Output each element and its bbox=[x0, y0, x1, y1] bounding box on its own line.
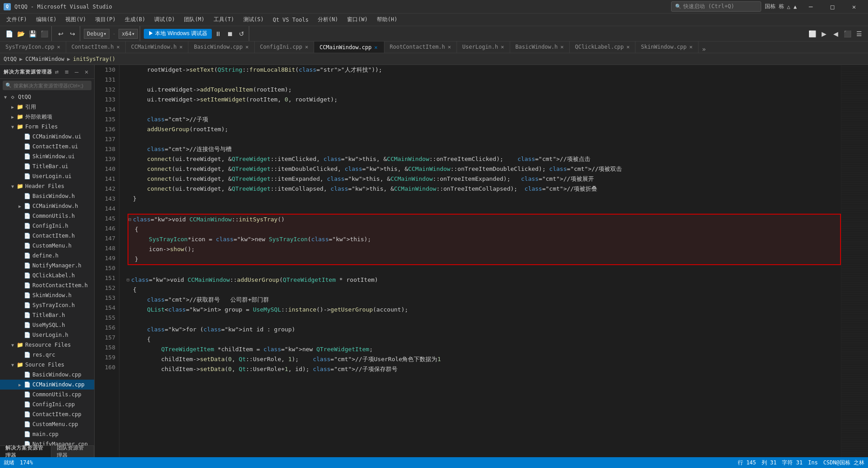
close-tab-ccmainwindow-h[interactable]: ✕ bbox=[179, 44, 183, 50]
close-tab-rootcontactitem[interactable]: ✕ bbox=[448, 44, 451, 50]
tree-item[interactable]: ▼📁Source Files bbox=[0, 360, 94, 370]
tree-item[interactable]: 📄ContactItem.ui bbox=[0, 142, 94, 151]
code-line[interactable]: SysTrayIcon*icon = class="kw">new SysTra… bbox=[128, 234, 840, 244]
config-dropdown[interactable]: Debug ▾ bbox=[84, 29, 110, 39]
close-tab-userlogin[interactable]: ✕ bbox=[501, 44, 504, 50]
menu-build[interactable]: 生成(B) bbox=[120, 14, 150, 25]
tree-item[interactable]: ▶📁外部依赖项 bbox=[0, 112, 94, 122]
sidebar-tab-team[interactable]: 团队资源管理器 bbox=[51, 446, 94, 457]
code-line[interactable] bbox=[127, 204, 841, 214]
code-line[interactable]: connect(ui.treeWidget, &QTreeWidget::ite… bbox=[127, 174, 841, 184]
save-btn[interactable]: 💾 bbox=[27, 28, 38, 39]
tree-item[interactable]: 📄main.cpp bbox=[0, 429, 94, 439]
tree-item[interactable]: 📄UserLogin.ui bbox=[0, 171, 94, 181]
sidebar-sync-btn[interactable]: ⇄ bbox=[53, 68, 61, 76]
menu-tools[interactable]: 工具(T) bbox=[209, 14, 239, 25]
tab-contactitem[interactable]: ContactItem.h ✕ bbox=[66, 41, 126, 53]
breadcrumb-file[interactable]: CCMainWindow bbox=[25, 56, 64, 62]
tree-item[interactable]: 📄SysTrayIcon.h bbox=[0, 300, 94, 310]
open-file-btn[interactable]: 📂 bbox=[15, 28, 26, 39]
tree-item[interactable]: 📄UseMySQL.h bbox=[0, 320, 94, 330]
tree-item[interactable]: 📄CommonUtils.cpp bbox=[0, 390, 94, 399]
code-line[interactable]: QTreeWidgetItem *childItem = class="kw">… bbox=[127, 344, 841, 354]
collapse-arrow[interactable]: ⊟ bbox=[128, 215, 131, 225]
menu-file[interactable]: 文件(F) bbox=[2, 14, 32, 25]
menu-project[interactable]: 项目(P) bbox=[91, 14, 120, 25]
code-line[interactable] bbox=[127, 75, 841, 85]
tree-item[interactable]: ▼◇QtQQ bbox=[0, 92, 94, 102]
misc-btn1[interactable]: ⬜ bbox=[807, 28, 818, 39]
stop-btn[interactable]: ⏹ bbox=[224, 28, 235, 39]
code-line[interactable]: ⊟class="kw">void CCMainWindow::addUserGr… bbox=[127, 275, 841, 285]
close-tab-qclicklabel[interactable]: ✕ bbox=[626, 44, 630, 50]
tree-item[interactable]: 📄ConfigIni.cpp bbox=[0, 399, 94, 409]
close-tab-contactitem[interactable]: ✕ bbox=[117, 44, 120, 50]
code-line[interactable]: class="kw">for (class="kw">int id : grou… bbox=[127, 325, 841, 335]
tab-configini[interactable]: ConfigIni.cpp ✕ bbox=[255, 41, 314, 53]
close-tab-systrayicon[interactable]: ✕ bbox=[57, 44, 60, 50]
tree-item[interactable]: 📄res.qrc bbox=[0, 350, 94, 360]
tree-item[interactable]: 📄QClickLabel.h bbox=[0, 271, 94, 280]
tree-item[interactable]: 📄SkinWindow.ui bbox=[0, 151, 94, 161]
save-all-btn[interactable]: ⬛ bbox=[39, 28, 50, 39]
menu-help[interactable]: 帮助(H) bbox=[372, 14, 402, 25]
menu-edit[interactable]: 编辑(E) bbox=[32, 14, 61, 25]
menu-test[interactable]: 测试(S) bbox=[239, 14, 269, 25]
code-line[interactable]: } bbox=[127, 194, 841, 204]
tab-qclicklabel[interactable]: QClickLabel.cpp ✕ bbox=[570, 41, 636, 53]
code-line[interactable]: connect(ui.treeWidget, &QTreeWidget::ite… bbox=[127, 164, 841, 174]
tab-basicwindow-h[interactable]: BasicWindow.h ✕ bbox=[510, 41, 570, 53]
code-line[interactable]: icon->show(); bbox=[128, 244, 840, 254]
tab-basicwindow[interactable]: BasicWindow.cpp ✕ bbox=[188, 41, 255, 53]
redo-btn[interactable]: ↪ bbox=[67, 28, 78, 39]
code-line[interactable]: rootWidget->setText(QString::fromLocal8B… bbox=[127, 65, 841, 75]
tree-item[interactable]: 📄SkinWindow.h bbox=[0, 290, 94, 300]
tab-ccmainwindow-cpp[interactable]: CCMainWindow.cpp ✕ bbox=[314, 41, 384, 53]
tree-item[interactable]: 📄CustomMenu.h bbox=[0, 241, 94, 251]
tree-item[interactable]: 📄CustomMenu.cpp bbox=[0, 419, 94, 429]
restart-btn[interactable]: ↺ bbox=[236, 28, 247, 39]
code-line[interactable]: { bbox=[127, 335, 841, 344]
platform-dropdown[interactable]: x64 ▾ bbox=[119, 29, 138, 39]
tree-item[interactable]: 📄BasicWindow.cpp bbox=[0, 370, 94, 380]
tree-item[interactable]: 📄ConfigIni.h bbox=[0, 221, 94, 231]
tree-item[interactable]: 📄RootContactItem.h bbox=[0, 280, 94, 290]
quick-launch-search[interactable]: 🔍 快速启动 (Ctrl+Q) bbox=[671, 1, 761, 12]
tree-item[interactable]: ▼📁Header Files bbox=[0, 181, 94, 191]
sidebar-tab-solution[interactable]: 解决方案资源管理器 bbox=[0, 446, 51, 457]
menu-view[interactable]: 视图(V) bbox=[61, 14, 91, 25]
tab-userlogin[interactable]: UserLogin.h ✕ bbox=[457, 41, 510, 53]
sidebar-search[interactable]: 🔍 bbox=[3, 81, 91, 90]
code-line[interactable]: { bbox=[127, 285, 841, 295]
tree-item[interactable]: 📄TitleBar.ui bbox=[0, 161, 94, 171]
close-tab-basicwindow-h[interactable]: ✕ bbox=[560, 44, 563, 50]
code-line[interactable]: { bbox=[128, 225, 840, 234]
code-line[interactable]: ui.treeWidget->setItemWidget(rootItem, 0… bbox=[127, 95, 841, 105]
run-button[interactable]: ▶ 本地 Windows 调试器 bbox=[144, 29, 212, 39]
tree-item[interactable]: 📄ContactItem.cpp bbox=[0, 409, 94, 419]
code-content[interactable]: rootWidget->setText(QString::fromLocal8B… bbox=[119, 65, 841, 457]
attach-btn[interactable]: ⏸ bbox=[213, 28, 224, 39]
code-line[interactable]: connect(ui.treeWidget, &QTreeWidget::ite… bbox=[127, 154, 841, 164]
code-line[interactable]: } bbox=[128, 254, 840, 264]
maximize-button[interactable]: □ bbox=[822, 0, 843, 14]
menu-qtvs[interactable]: Qt VS Tools bbox=[268, 15, 313, 25]
tree-item[interactable]: 📄NotifyManager.h bbox=[0, 261, 94, 271]
breadcrumb-symbol[interactable]: initSysTray() bbox=[73, 56, 115, 62]
tab-systrayicon[interactable]: SysTrayIcon.cpp ✕ bbox=[0, 41, 66, 53]
code-line[interactable]: addUserGroup(rootItem); bbox=[127, 124, 841, 134]
tree-item[interactable]: ▼📁Resource Files bbox=[0, 340, 94, 350]
search-input[interactable] bbox=[14, 83, 89, 88]
code-line[interactable]: QList<class="kw">int> group = UseMySQL::… bbox=[127, 305, 841, 315]
code-line[interactable]: childItem->setData(0, Qt::UserRole+1, id… bbox=[127, 364, 841, 374]
close-tab-configini[interactable]: ✕ bbox=[305, 44, 308, 50]
code-line[interactable]: class="cmt">//连接信号与槽 bbox=[127, 144, 841, 154]
misc-btn4[interactable]: ⬛ bbox=[842, 28, 853, 39]
close-tab-basicwindow[interactable]: ✕ bbox=[246, 44, 249, 50]
code-line[interactable] bbox=[127, 265, 841, 275]
more-tabs-btn[interactable]: » bbox=[699, 46, 709, 53]
misc-btn3[interactable]: ◀ bbox=[830, 28, 841, 39]
tree-item[interactable]: 📄define.h bbox=[0, 251, 94, 261]
undo-btn[interactable]: ↩ bbox=[55, 28, 66, 39]
code-line[interactable]: connect(ui.treeWidget, &QTreeWidget::ite… bbox=[127, 184, 841, 194]
